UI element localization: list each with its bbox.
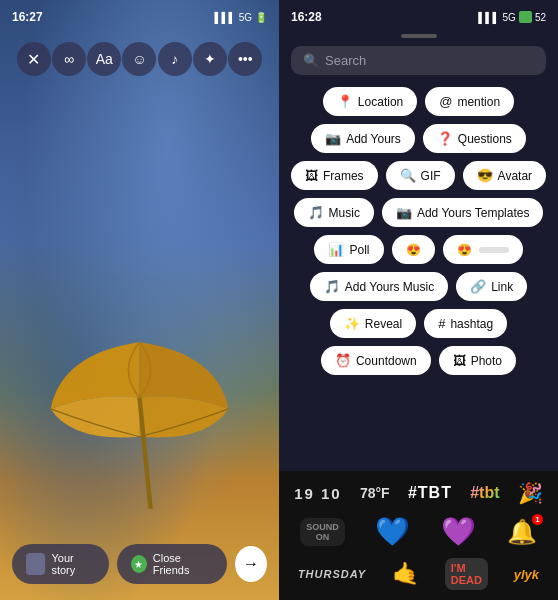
sticker-row-5: 📊 Poll 😍 😍 bbox=[289, 235, 548, 264]
left-panel: 16:27 ▌▌▌ 5G 🔋 ✕ ∞ Aa ☺ ♪ ✦ ••• bbox=[0, 0, 279, 600]
ylyk-sticker[interactable]: ylyk bbox=[514, 567, 539, 582]
questions-sticker[interactable]: ❓ Questions bbox=[423, 124, 526, 153]
frames-label: Frames bbox=[323, 169, 364, 183]
sticker-row-8: ⏰ Countdown 🖼 Photo bbox=[289, 346, 548, 375]
frames-sticker[interactable]: 🖼 Frames bbox=[291, 161, 378, 190]
sticker-row-7: ✨ Reveal # hashtag bbox=[289, 309, 548, 338]
battery-right: 52 bbox=[535, 12, 546, 23]
bottom-bar: Your story ★ Close Friends → bbox=[0, 544, 279, 584]
emoji-sticker[interactable]: 🤙 bbox=[392, 561, 419, 587]
thursday-text: THURSDAY bbox=[298, 568, 366, 580]
temp-sticker[interactable]: 78°F bbox=[360, 485, 390, 501]
numbers-sticker[interactable]: 19 10 bbox=[294, 485, 342, 502]
heart-blue-symbol: 💙 bbox=[375, 515, 410, 548]
music-sticker-label: Music bbox=[329, 206, 360, 220]
toolbar: ✕ ∞ Aa ☺ ♪ ✦ ••• bbox=[0, 36, 279, 82]
heart-blue-sticker[interactable]: 💙 bbox=[375, 515, 410, 548]
battery-left: 🔋 bbox=[255, 12, 267, 23]
poll-label: Poll bbox=[349, 243, 369, 257]
notification-sticker[interactable]: 🔔 1 bbox=[507, 518, 537, 546]
next-button[interactable]: → bbox=[235, 546, 267, 582]
sticker-row-3: 🖼 Frames 🔍 GIF 😎 Avatar bbox=[289, 161, 548, 190]
avatar-icon: 😎 bbox=[477, 168, 493, 183]
sparkle-icon: ✦ bbox=[204, 51, 216, 67]
signal-type-left: 5G bbox=[239, 12, 252, 23]
story-thumbnail bbox=[26, 553, 45, 575]
notification-badge: 1 bbox=[532, 514, 542, 525]
sound-on-sticker[interactable]: SOUNDON bbox=[300, 518, 345, 546]
location-icon: 📍 bbox=[337, 94, 353, 109]
sparkle-button[interactable]: ✦ bbox=[193, 42, 227, 76]
sticker-grid: 📍 Location @ mention 📷 Add Yours ❓ Quest… bbox=[279, 83, 558, 471]
thursday-sticker[interactable]: THURSDAY bbox=[298, 568, 366, 580]
search-bar[interactable]: 🔍 Search bbox=[291, 46, 546, 75]
party-icon-symbol: 🎉 bbox=[518, 481, 543, 505]
loop-button[interactable]: ∞ bbox=[52, 42, 86, 76]
tbt-white-text: #TBT bbox=[408, 484, 452, 502]
your-story-button[interactable]: Your story bbox=[12, 544, 109, 584]
add-yours-templates-icon: 📷 bbox=[396, 205, 412, 220]
signal-bars-right: ▌▌▌ bbox=[478, 12, 499, 23]
heart-pink-sticker[interactable]: 💜 bbox=[441, 515, 476, 548]
mention-sticker[interactable]: @ mention bbox=[425, 87, 514, 116]
emoji-slider-1-sticker[interactable]: 😍 bbox=[392, 235, 435, 264]
tbt-white-sticker[interactable]: #TBT bbox=[408, 484, 452, 502]
gif-sticker[interactable]: 🔍 GIF bbox=[386, 161, 455, 190]
emoji-slider-1-icon: 😍 bbox=[406, 243, 421, 257]
emoji-slider-2-sticker[interactable]: 😍 bbox=[443, 235, 523, 264]
poll-sticker[interactable]: 📊 Poll bbox=[314, 235, 383, 264]
location-sticker[interactable]: 📍 Location bbox=[323, 87, 417, 116]
preview-row-2: SOUNDON 💙 💜 🔔 1 bbox=[285, 513, 552, 550]
hashtag-icon: # bbox=[438, 316, 445, 331]
add-yours-music-icon: 🎵 bbox=[324, 279, 340, 294]
dead-sticker[interactable]: I'MDEAD bbox=[445, 558, 488, 590]
umbrella-svg bbox=[0, 320, 279, 520]
heart-pink-symbol: 💜 bbox=[441, 515, 476, 548]
sticker-row-2: 📷 Add Yours ❓ Questions bbox=[289, 124, 548, 153]
battery-icon-right: ▮ bbox=[519, 11, 532, 23]
reveal-sticker[interactable]: ✨ Reveal bbox=[330, 309, 416, 338]
your-story-label: Your story bbox=[51, 552, 94, 576]
reveal-icon: ✨ bbox=[344, 316, 360, 331]
preview-row-1: 19 10 78°F #TBT #tbt 🎉 bbox=[285, 479, 552, 507]
questions-icon: ❓ bbox=[437, 131, 453, 146]
add-yours-icon: 📷 bbox=[325, 131, 341, 146]
music-sticker[interactable]: 🎵 Music bbox=[294, 198, 374, 227]
countdown-sticker[interactable]: ⏰ Countdown bbox=[321, 346, 431, 375]
location-label: Location bbox=[358, 95, 403, 109]
avatar-sticker[interactable]: 😎 Avatar bbox=[463, 161, 546, 190]
close-friends-button[interactable]: ★ Close Friends bbox=[117, 544, 227, 584]
photo-sticker[interactable]: 🖼 Photo bbox=[439, 346, 516, 375]
emoji-button[interactable]: ☺ bbox=[122, 42, 156, 76]
close-friends-label: Close Friends bbox=[153, 552, 213, 576]
sound-on-label: SOUNDON bbox=[300, 518, 345, 546]
add-yours-sticker[interactable]: 📷 Add Yours bbox=[311, 124, 415, 153]
text-button[interactable]: Aa bbox=[87, 42, 121, 76]
more-button[interactable]: ••• bbox=[228, 42, 262, 76]
numbers-text: 19 10 bbox=[294, 485, 342, 502]
gif-label: GIF bbox=[421, 169, 441, 183]
hashtag-label: hashtag bbox=[450, 317, 493, 331]
questions-label: Questions bbox=[458, 132, 512, 146]
hashtag-sticker[interactable]: # hashtag bbox=[424, 309, 507, 338]
status-bar-left: 16:27 ▌▌▌ 5G 🔋 bbox=[0, 0, 279, 28]
add-yours-music-label: Add Yours Music bbox=[345, 280, 434, 294]
loop-icon: ∞ bbox=[64, 51, 74, 67]
poll-icon: 📊 bbox=[328, 242, 344, 257]
close-button[interactable]: ✕ bbox=[17, 42, 51, 76]
sticker-preview-area: 19 10 78°F #TBT #tbt 🎉 SOUNDON 💙 bbox=[279, 471, 558, 600]
countdown-icon: ⏰ bbox=[335, 353, 351, 368]
add-yours-templates-sticker[interactable]: 📷 Add Yours Templates bbox=[382, 198, 544, 227]
photo-icon: 🖼 bbox=[453, 353, 466, 368]
add-yours-music-sticker[interactable]: 🎵 Add Yours Music bbox=[310, 272, 448, 301]
temp-text: 78°F bbox=[360, 485, 390, 501]
tbt-color-sticker[interactable]: #tbt bbox=[470, 484, 499, 502]
sticker-row-6: 🎵 Add Yours Music 🔗 Link bbox=[289, 272, 548, 301]
link-icon: 🔗 bbox=[470, 279, 486, 294]
dead-text: I'MDEAD bbox=[451, 562, 482, 586]
close-friends-icon: ★ bbox=[131, 555, 147, 573]
link-sticker[interactable]: 🔗 Link bbox=[456, 272, 527, 301]
party-sticker[interactable]: 🎉 bbox=[518, 481, 543, 505]
music-button[interactable]: ♪ bbox=[158, 42, 192, 76]
signal-bars-left: ▌▌▌ bbox=[214, 12, 235, 23]
